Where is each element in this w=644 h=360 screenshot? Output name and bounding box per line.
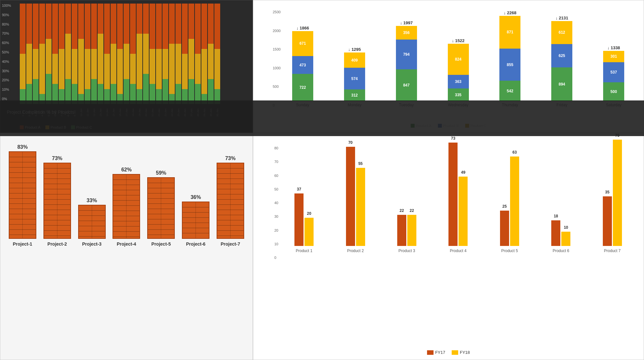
bar-100-21 — [156, 4, 162, 104]
brick-col-project-1: 83%Project-1 — [9, 144, 36, 247]
brick-col-project-2: 73%Project-2 — [43, 156, 71, 247]
brick-col-project-4: 62%Project-4 — [113, 167, 140, 247]
bar-100-28 — [201, 4, 207, 104]
y-axis-100: 0% 10% 20% 30% 40% 50% 60% 70% 80% 90% 1… — [2, 4, 11, 101]
center-title-overlay — [0, 100, 644, 136]
bar-100-8 — [72, 4, 78, 104]
bar-100-29 — [208, 4, 214, 104]
bars-100-stacked — [20, 4, 249, 104]
stacked-col-sunday: ↓ 1866671473722Sunday — [279, 26, 326, 107]
bar-100-4 — [46, 4, 52, 104]
chart-bottom-right: 0 10 20 30 40 50 60 70 80 3720Product 17… — [253, 133, 644, 360]
legend-bottom-right: FY17 FY18 — [427, 350, 470, 355]
product-group-product-5: 2563Product 5 — [485, 157, 534, 253]
bar-100-0 — [20, 4, 26, 104]
brick-chart-area: 83%Project-173%Project-233%Project-362%P… — [7, 143, 246, 247]
bar-100-14 — [111, 4, 116, 104]
stacked-col-tuesday: ↓ 1997356794847Tuesday — [383, 20, 430, 107]
bar-100-30 — [214, 4, 220, 104]
product-group-product-6: 1810Product 6 — [536, 220, 586, 253]
chart-bottom-left: 83%Project-173%Project-233%Project-362%P… — [0, 133, 253, 360]
bar-100-6 — [59, 4, 65, 104]
main-container: 0% 10% 20% 30% 40% 50% 60% 70% 80% 90% 1… — [0, 0, 644, 360]
brick-col-project-3: 33%Project-3 — [78, 198, 106, 247]
bar-100-12 — [98, 4, 103, 104]
bar-100-15 — [117, 4, 123, 104]
stacked-col-thursday: ↓ 2268871855542Thursday — [486, 10, 533, 107]
bar-100-24 — [175, 4, 181, 104]
bar-100-9 — [78, 4, 84, 104]
stacked-col-monday: ↓ 1295409574312Monday — [331, 47, 378, 107]
product-group-product-4: 7349Product 4 — [433, 143, 483, 253]
bar-100-5 — [52, 4, 58, 104]
bar-100-23 — [169, 4, 175, 104]
bar-100-19 — [143, 4, 149, 104]
bar-100-22 — [162, 4, 168, 104]
product-group-product-2: 7055Product 2 — [330, 147, 380, 253]
bar-100-20 — [149, 4, 155, 104]
product-group-product-1: 3720Product 1 — [279, 193, 329, 253]
bar-100-2 — [33, 4, 39, 104]
bar-100-17 — [130, 4, 136, 104]
bar-100-7 — [65, 4, 71, 104]
bar-100-26 — [188, 4, 194, 104]
brick-col-project-7: 73%Project-7 — [217, 156, 244, 247]
y-axis-bottom-right: 0 10 20 30 40 50 60 70 80 — [274, 146, 278, 260]
stacked-col-wednesday: ↓ 1522824363335Wednesday — [435, 38, 482, 107]
bar-100-10 — [85, 4, 90, 104]
bar-100-11 — [91, 4, 97, 104]
brick-col-project-6: 36%Project-6 — [182, 194, 209, 247]
brick-col-project-5: 59%Project-5 — [147, 170, 175, 247]
stacked-col-friday: ↓ 2131612625894Friday — [538, 16, 585, 107]
bar-100-25 — [182, 4, 188, 104]
product-group-product-3: 2222Product 3 — [382, 215, 432, 253]
bar-100-1 — [26, 4, 32, 104]
bar-100-3 — [39, 4, 45, 104]
bar-100-16 — [124, 4, 129, 104]
product-group-product-7: 3575Product 7 — [588, 140, 637, 253]
bar-100-27 — [195, 4, 201, 104]
bar-100-13 — [104, 4, 110, 104]
stacked-col-saturday: ↓ 1338301537500Saturday — [590, 45, 637, 107]
bar-100-18 — [137, 4, 142, 104]
